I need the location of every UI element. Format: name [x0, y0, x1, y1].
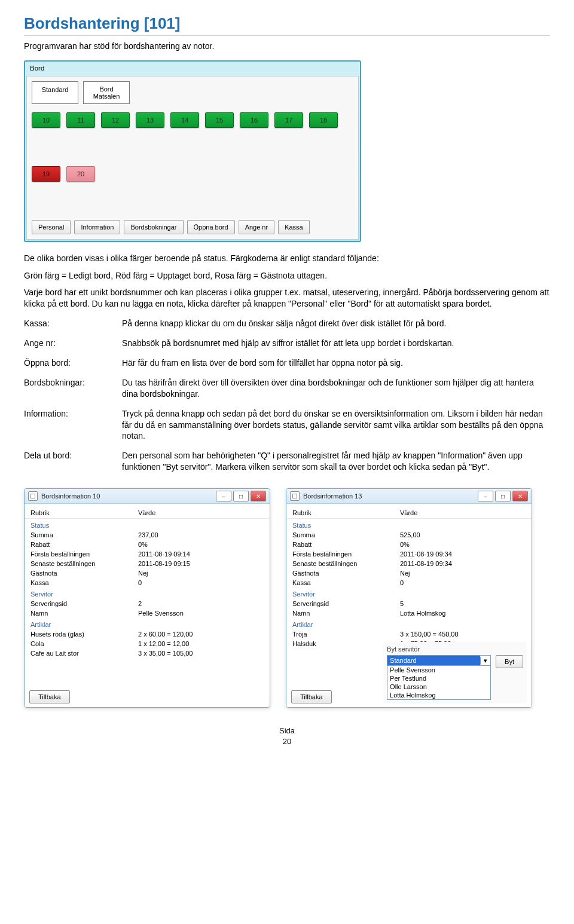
def-desc: Här får du fram en lista över de bord so… — [122, 357, 550, 369]
servitor-option[interactable]: Lotta Holmskog — [387, 691, 490, 699]
bottom-button-row: PersonalInformationBordsbokningarÖppna b… — [32, 220, 353, 234]
def-term: Bordsbokningar: — [24, 377, 112, 400]
artikel-name: Halsduk — [286, 639, 394, 648]
paragraph-2: Grön färg = Ledigt bord, Röd färg = Uppt… — [24, 270, 550, 282]
bord-window: Bord StandardBordMatsalen 10111213141516… — [24, 60, 361, 242]
byt-servitor-panel: Byt servitör Standard ▾ Pelle SvenssonPe… — [383, 642, 527, 703]
action-button[interactable]: Öppna bord — [187, 220, 235, 234]
artikel-name: Cola — [25, 639, 132, 648]
servitor-dropdown-selected: Standard — [387, 656, 480, 665]
byt-button[interactable]: Byt — [496, 655, 523, 668]
paragraph-1: De olika borden visas i olika färger ber… — [24, 253, 550, 264]
action-button[interactable]: Personal — [32, 220, 71, 234]
value-gastnota: Nej — [132, 568, 270, 578]
byt-servitor-label: Byt servitör — [387, 645, 523, 653]
chevron-down-icon: ▾ — [480, 657, 490, 665]
label-namn: Namn — [25, 608, 132, 618]
def-desc: Snabbsök på bordsnumret med hjälp av sif… — [122, 338, 550, 349]
label-gastnota: Gästnota — [25, 568, 132, 578]
maximize-icon[interactable]: □ — [233, 491, 249, 501]
room-tab-row: StandardBordMatsalen — [32, 81, 353, 104]
def-term: Dela ut bord: — [24, 450, 112, 473]
minimize-icon[interactable]: – — [216, 491, 231, 501]
servitor-dropdown[interactable]: Standard ▾ — [387, 655, 491, 666]
value-summa: 237,00 — [132, 530, 270, 540]
table-tile-10[interactable]: 10 — [32, 112, 60, 128]
label-forsta: Första beställningen — [25, 549, 132, 559]
def-desc: På denna knapp klickar du om du önskar s… — [122, 318, 550, 329]
label-servid: Serveringsid — [286, 599, 394, 608]
section-artiklar: Artiklar — [286, 618, 532, 629]
section-status: Status — [286, 519, 532, 531]
close-icon[interactable]: ✕ — [251, 491, 266, 501]
section-artiklar: Artiklar — [25, 618, 270, 629]
page-heading: Bordshantering [101] — [24, 13, 550, 36]
table-tile-20[interactable]: 20 — [66, 166, 95, 182]
table-tile-19[interactable]: 19 — [32, 166, 60, 182]
value-gastnota: Nej — [394, 568, 532, 578]
label-kassa: Kassa — [25, 578, 132, 588]
action-button[interactable]: Information — [74, 220, 120, 234]
col-varde: Värde — [132, 507, 270, 519]
dialog-bord-10: Bordsinformation 10 – □ ✕ RubrikVärde St… — [24, 488, 270, 708]
table-tile-12[interactable]: 12 — [101, 112, 130, 128]
value-rabatt: 0% — [394, 540, 532, 549]
label-summa: Summa — [286, 530, 394, 540]
table-tile-16[interactable]: 16 — [240, 112, 268, 128]
info-table-a: RubrikVärde Status Summa237,00 Rabatt0% … — [25, 507, 270, 658]
action-button[interactable]: Ange nr — [239, 220, 275, 234]
action-button[interactable]: Bordsbokningar — [124, 220, 183, 234]
label-senaste: Senaste beställningen — [25, 559, 132, 568]
section-servitor: Servitör — [286, 588, 532, 599]
servitor-option[interactable]: Pelle Svensson — [387, 666, 490, 674]
action-button[interactable]: Kassa — [278, 220, 310, 234]
label-rabatt: Rabatt — [286, 540, 394, 549]
bord-window-title: Bord — [25, 62, 360, 75]
lead-text: Programvaran har stöd för bordshantering… — [24, 41, 550, 52]
table-tile-17[interactable]: 17 — [274, 112, 303, 128]
room-tab[interactable]: BordMatsalen — [83, 81, 130, 104]
table-tile-18[interactable]: 18 — [309, 112, 338, 128]
artikel-name: Cafe au Lait stor — [25, 648, 132, 658]
col-rubrik: Rubrik — [286, 507, 394, 519]
section-status: Status — [25, 519, 270, 531]
table-tile-14[interactable]: 14 — [170, 112, 199, 128]
artikel-calc: 3 x 150,00 = 450,00 — [394, 629, 532, 639]
dialog-bord-13: Bordsinformation 13 – □ ✕ RubrikVärde St… — [286, 488, 532, 708]
minimize-icon[interactable]: – — [478, 491, 493, 501]
label-forsta: Första beställningen — [286, 549, 394, 559]
dialog-title: Bordsinformation 10 — [41, 492, 214, 500]
close-icon[interactable]: ✕ — [512, 491, 528, 501]
def-desc: Den personal som har behörigheten "Q" i … — [122, 450, 550, 473]
value-kassa: 0 — [132, 578, 270, 588]
table-tile-11[interactable]: 11 — [66, 112, 95, 128]
servitor-option[interactable]: Olle Larsson — [387, 683, 490, 691]
table-tile-15[interactable]: 15 — [205, 112, 234, 128]
maximize-icon[interactable]: □ — [495, 491, 511, 501]
def-term: Kassa: — [24, 318, 112, 329]
value-servid: 2 — [132, 599, 270, 608]
value-rabatt: 0% — [132, 540, 270, 549]
col-varde: Värde — [394, 507, 532, 519]
footer-sida: Sida — [24, 726, 550, 736]
def-term: Ange nr: — [24, 338, 112, 349]
artikel-name: Tröja — [286, 629, 394, 639]
label-rabatt: Rabatt — [25, 540, 132, 549]
value-namn: Pelle Svensson — [132, 608, 270, 618]
value-senaste: 2011-08-19 09:15 — [132, 559, 270, 568]
servitor-option[interactable]: Per Testlund — [387, 674, 490, 683]
def-desc: Du tas härifrån direkt över till översik… — [122, 377, 550, 400]
servitor-dropdown-list[interactable]: Pelle SvenssonPer TestlundOlle LarssonLo… — [387, 666, 491, 700]
paragraph-3: Varje bord har ett unikt bordsnummer och… — [24, 287, 550, 310]
col-rubrik: Rubrik — [25, 507, 132, 519]
room-tab[interactable]: Standard — [32, 81, 78, 104]
tillbaka-button[interactable]: Tillbaka — [29, 690, 70, 703]
table-tile-13[interactable]: 13 — [136, 112, 164, 128]
label-servid: Serveringsid — [25, 599, 132, 608]
info-dialog-row: Bordsinformation 10 – □ ✕ RubrikVärde St… — [24, 488, 550, 708]
tillbaka-button[interactable]: Tillbaka — [291, 690, 332, 703]
value-forsta: 2011-08-19 09:34 — [394, 549, 532, 559]
window-icon — [28, 491, 38, 501]
label-summa: Summa — [25, 530, 132, 540]
value-senaste: 2011-08-19 09:34 — [394, 559, 532, 568]
